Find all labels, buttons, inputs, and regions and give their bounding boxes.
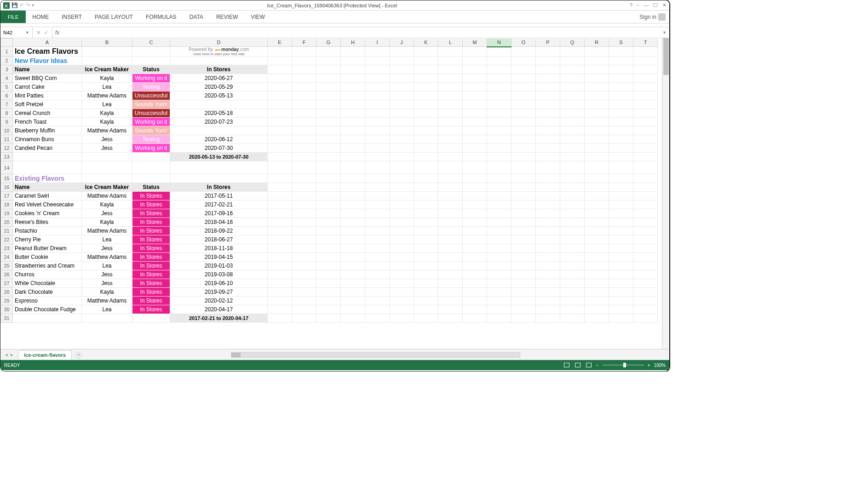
cell[interactable] [438, 109, 463, 118]
cell[interactable] [609, 135, 633, 144]
cell[interactable] [316, 270, 341, 279]
flavor-name[interactable]: Sweet BBQ Corn [13, 74, 82, 83]
cell[interactable] [536, 126, 560, 135]
cell[interactable] [609, 314, 633, 323]
cell[interactable] [341, 91, 365, 100]
cell[interactable] [341, 253, 365, 262]
cell[interactable] [609, 91, 633, 100]
col-header-E[interactable]: E [268, 39, 292, 47]
cell[interactable] [536, 65, 560, 74]
cell[interactable] [512, 305, 536, 314]
cell[interactable] [512, 91, 536, 100]
cell[interactable] [414, 47, 438, 57]
cell[interactable] [463, 135, 487, 144]
cell[interactable] [365, 126, 390, 135]
flavor-maker[interactable]: Matthew Adams [82, 227, 132, 235]
flavor-maker[interactable]: Kayla [82, 288, 132, 297]
cell[interactable] [316, 57, 341, 65]
cell[interactable] [341, 47, 365, 57]
sheet-tab-active[interactable]: ice-cream-flavors [18, 350, 72, 359]
col-header-L[interactable]: L [438, 39, 463, 47]
cell[interactable] [560, 174, 585, 183]
cell[interactable] [390, 83, 414, 91]
cancel-formula-icon[interactable]: ✕ [36, 29, 41, 36]
cell[interactable] [268, 218, 292, 227]
cell[interactable] [292, 57, 316, 65]
tab-nav-first-icon[interactable]: ◂ [5, 352, 8, 358]
flavor-status[interactable]: Sounds Yum! [132, 100, 170, 109]
cell[interactable] [487, 192, 512, 200]
flavor-status[interactable]: Working on it [132, 118, 170, 126]
cell[interactable] [414, 153, 438, 161]
cell[interactable] [585, 74, 609, 83]
cell[interactable] [463, 65, 487, 74]
cell[interactable] [463, 262, 487, 270]
cell[interactable] [487, 183, 512, 192]
flavor-date[interactable]: 2018-06-27 [170, 235, 268, 244]
cell[interactable] [268, 47, 292, 57]
cell[interactable] [292, 297, 316, 305]
flavor-name[interactable]: Mint Patties [13, 91, 82, 100]
flavor-maker[interactable]: Kayla [82, 200, 132, 209]
row-header-13[interactable]: 13 [1, 153, 13, 161]
cell[interactable] [365, 270, 390, 279]
cell[interactable] [316, 253, 341, 262]
cell[interactable] [512, 100, 536, 109]
col-header-O[interactable]: O [512, 39, 536, 47]
row-header-26[interactable]: 26 [1, 270, 13, 279]
cell[interactable] [365, 183, 390, 192]
cell[interactable] [390, 100, 414, 109]
select-all-corner[interactable] [1, 39, 13, 47]
cell[interactable] [316, 100, 341, 109]
cell[interactable] [390, 209, 414, 218]
cell[interactable] [463, 91, 487, 100]
normal-view-icon[interactable] [564, 363, 569, 367]
cell[interactable] [512, 262, 536, 270]
help-icon[interactable]: ? [630, 2, 632, 8]
row-header-27[interactable]: 27 [1, 279, 13, 288]
cell[interactable] [609, 174, 633, 183]
row-header-16[interactable]: 16 [1, 183, 13, 192]
cell[interactable] [316, 288, 341, 297]
cell[interactable] [414, 91, 438, 100]
cell[interactable] [414, 109, 438, 118]
col-header-D[interactable]: D [170, 39, 268, 47]
cell[interactable] [268, 118, 292, 126]
cell[interactable] [438, 174, 463, 183]
cell[interactable] [609, 244, 633, 253]
expand-formula-icon[interactable]: ▼ [660, 30, 669, 35]
cell[interactable] [341, 218, 365, 227]
cell[interactable] [560, 83, 585, 91]
cell[interactable] [341, 262, 365, 270]
cell[interactable] [512, 135, 536, 144]
cell[interactable] [390, 161, 414, 174]
cell[interactable] [512, 253, 536, 262]
cell[interactable] [292, 244, 316, 253]
cell[interactable] [609, 144, 633, 153]
cell[interactable] [316, 65, 341, 74]
cell[interactable] [341, 270, 365, 279]
cell[interactable] [365, 65, 390, 74]
cell[interactable] [560, 65, 585, 74]
cell[interactable] [536, 91, 560, 100]
flavor-status[interactable]: In Stores [132, 244, 170, 253]
cell[interactable] [438, 100, 463, 109]
flavor-status[interactable]: In Stores [132, 218, 170, 227]
cell[interactable] [268, 135, 292, 144]
cell[interactable] [536, 244, 560, 253]
cell[interactable] [438, 279, 463, 288]
cell[interactable] [82, 47, 132, 57]
flavor-name[interactable]: Candied Pecan [13, 144, 82, 153]
cell[interactable] [341, 235, 365, 244]
cell[interactable] [585, 305, 609, 314]
cell[interactable] [414, 253, 438, 262]
cell[interactable] [560, 109, 585, 118]
flavor-status[interactable]: Testing [132, 83, 170, 91]
cell[interactable] [414, 183, 438, 192]
flavor-name[interactable]: Blueberry Muffin [13, 126, 82, 135]
cell[interactable] [316, 161, 341, 174]
cell[interactable] [487, 209, 512, 218]
cell[interactable] [512, 209, 536, 218]
undo-icon[interactable]: ↶ [20, 2, 24, 8]
cell[interactable] [292, 161, 316, 174]
